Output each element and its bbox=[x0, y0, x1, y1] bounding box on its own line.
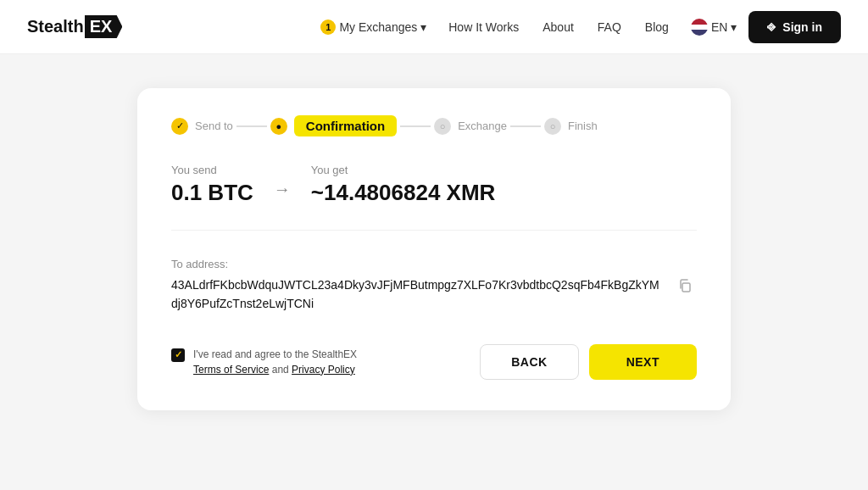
step-finish-label: Finish bbox=[568, 120, 598, 132]
privacy-policy-link[interactable]: Privacy Policy bbox=[292, 364, 355, 376]
language-selector[interactable]: EN ▾ bbox=[682, 14, 745, 41]
logo[interactable]: StealthEX bbox=[27, 15, 122, 38]
terms-of-service-link[interactable]: Terms of Service bbox=[193, 364, 269, 376]
lang-chevron-icon: ▾ bbox=[731, 20, 737, 34]
copy-address-button[interactable] bbox=[673, 277, 697, 298]
footer-row: ✓ I've read and agree to the StealthEX T… bbox=[171, 337, 697, 380]
signin-label: Sign in bbox=[782, 20, 822, 34]
get-col: You get ~14.4806824 XMR bbox=[311, 164, 496, 206]
my-exchanges-nav-button[interactable]: 1 My Exchanges ▾ bbox=[312, 14, 435, 40]
step-connector-1 bbox=[236, 125, 267, 127]
send-col: You send 0.1 BTC bbox=[171, 164, 253, 206]
step-send-to-icon: ✓ bbox=[171, 118, 188, 135]
get-value: ~14.4806824 XMR bbox=[311, 180, 496, 206]
confirmation-card: ✓ Send to ● Confirmation ○ Exchange ○ Fi… bbox=[137, 88, 731, 410]
get-label: You get bbox=[311, 164, 496, 176]
logo-stealth-text: Stealth bbox=[27, 17, 84, 36]
signin-button[interactable]: ⎆ Sign in bbox=[748, 11, 841, 43]
stepper: ✓ Send to ● Confirmation ○ Exchange ○ Fi… bbox=[171, 115, 697, 136]
step-exchange-label: Exchange bbox=[458, 120, 507, 132]
checkmark-icon: ✓ bbox=[175, 349, 182, 360]
step-confirmation-icon: ● bbox=[270, 118, 287, 135]
logo-ex-text: EX bbox=[85, 15, 123, 38]
svg-rect-0 bbox=[682, 283, 690, 292]
main-nav: 1 My Exchanges ▾ How It Works About FAQ … bbox=[312, 11, 841, 43]
address-label: To address: bbox=[171, 258, 697, 270]
send-label: You send bbox=[171, 164, 253, 176]
terms-and-text: and bbox=[272, 364, 289, 376]
copy-icon bbox=[678, 279, 692, 292]
address-section: To address: 43ALdrfFKbcbWdquJWTCL23a4Dky… bbox=[171, 258, 697, 314]
main-content: ✓ Send to ● Confirmation ○ Exchange ○ Fi… bbox=[0, 54, 868, 444]
step-finish-icon: ○ bbox=[544, 118, 561, 135]
step-exchange-icon: ○ bbox=[434, 118, 451, 135]
terms-text-before: I've read and agree to the StealthEX bbox=[193, 348, 357, 360]
send-value: 0.1 BTC bbox=[171, 180, 253, 206]
step-connector-2 bbox=[400, 125, 431, 127]
back-button[interactable]: BACK bbox=[480, 344, 578, 380]
how-it-works-link[interactable]: How It Works bbox=[438, 15, 529, 39]
chevron-down-icon: ▾ bbox=[420, 20, 426, 34]
step-confirmation-label: Confirmation bbox=[294, 115, 397, 136]
faq-link[interactable]: FAQ bbox=[587, 15, 632, 39]
terms-row: ✓ I've read and agree to the StealthEX T… bbox=[171, 347, 357, 377]
exchange-info-row: You send 0.1 BTC → You get ~14.4806824 X… bbox=[171, 164, 697, 231]
step-connector-3 bbox=[510, 125, 541, 127]
flag-icon bbox=[691, 19, 708, 36]
my-exchanges-label: My Exchanges bbox=[339, 20, 417, 34]
step-finish: ○ Finish bbox=[544, 118, 598, 135]
address-value: 43ALdrfFKbcbWdquJWTCL23a4Dky3vJFjMFButmp… bbox=[171, 276, 663, 314]
step-send-to-label: Send to bbox=[195, 120, 233, 132]
signin-icon: ⎆ bbox=[767, 19, 776, 35]
terms-checkbox[interactable]: ✓ bbox=[171, 348, 185, 362]
blog-link[interactable]: Blog bbox=[635, 15, 679, 39]
step-exchange: ○ Exchange bbox=[434, 118, 507, 135]
about-link[interactable]: About bbox=[532, 15, 584, 39]
terms-text: I've read and agree to the StealthEX Ter… bbox=[193, 347, 357, 377]
address-row: 43ALdrfFKbcbWdquJWTCL23a4Dky3vJFjMFButmp… bbox=[171, 276, 697, 314]
step-confirmation: ● Confirmation bbox=[270, 115, 397, 136]
action-buttons: BACK NEXT bbox=[480, 344, 697, 380]
step-send-to: ✓ Send to bbox=[171, 118, 233, 135]
lang-label: EN bbox=[711, 20, 727, 34]
arrow-right-icon: → bbox=[274, 180, 291, 199]
next-button[interactable]: NEXT bbox=[589, 344, 697, 380]
exchanges-count-badge: 1 bbox=[320, 19, 336, 35]
